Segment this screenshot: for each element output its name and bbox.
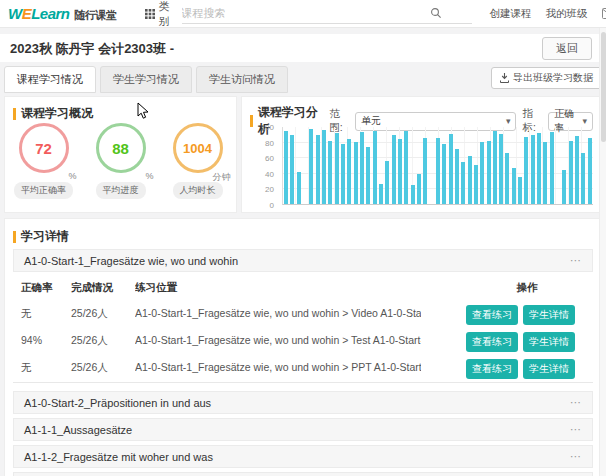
student-detail-button[interactable]: 学生详情 (523, 305, 575, 325)
chart-bar[interactable] (543, 142, 547, 204)
chart-bar[interactable] (398, 139, 402, 204)
accordion-item-expanded[interactable]: A1-0-Start-1_Fragesätze wie, wo und wohi… (13, 249, 593, 272)
chart-bar[interactable] (385, 161, 389, 204)
create-course-link[interactable]: 创建课程 (490, 7, 532, 21)
search-input[interactable] (182, 7, 472, 19)
stat-value: 72 (35, 140, 52, 157)
more-icon[interactable]: ⋯ (570, 396, 582, 409)
more-icon[interactable]: ⋯ (570, 450, 582, 463)
chart-bar[interactable] (461, 162, 465, 204)
tab-student-visits[interactable]: 学生访问情况 (196, 66, 288, 93)
accordion-item[interactable]: A1-1-3_Verben im Präsens ⋯ (13, 472, 593, 476)
category-menu[interactable]: 类别 (145, 0, 170, 29)
my-classes-link[interactable]: 我的班级 (546, 7, 588, 21)
accordion-title: A1-0-Start-1_Fragesätze wie, wo und wohi… (24, 255, 238, 267)
details-header: 学习详情 (13, 228, 69, 245)
bar-slot (575, 126, 579, 204)
chart-bar[interactable] (581, 153, 585, 204)
welearn-logo[interactable]: WELearn随行课堂 (8, 5, 117, 23)
page-title[interactable]: 2023秋 陈丹宇 会计2303班 - (10, 40, 174, 58)
bar-slot (417, 126, 421, 204)
chart-bar[interactable] (550, 132, 554, 204)
cell-completion: 25/26人 (71, 307, 135, 321)
chart-bar[interactable] (499, 134, 503, 204)
accordion-title: A1-1-2_Fragesätze mit woher und was (24, 451, 213, 463)
student-detail-button[interactable]: 学生详情 (523, 359, 575, 379)
chart-bar[interactable] (493, 131, 497, 204)
table-row: 94% 25/26人 A1-0-Start-1_Fragesätze wie, … (5, 334, 601, 354)
export-class-data-button[interactable]: 导出班级学习数据 (491, 67, 602, 89)
chart-bar[interactable] (322, 130, 326, 204)
mail-icon[interactable] (602, 8, 606, 19)
view-exercise-button[interactable]: 查看练习 (466, 359, 518, 379)
bar-slot (392, 126, 396, 204)
chart-bar[interactable] (524, 137, 528, 204)
download-icon (500, 73, 509, 83)
more-icon[interactable]: ⋯ (570, 423, 582, 436)
scrollbar-thumb[interactable] (601, 32, 606, 142)
bar-slot (316, 126, 320, 204)
chart-bar[interactable] (505, 153, 509, 204)
chart-bar[interactable] (436, 138, 440, 204)
chart-bar[interactable] (360, 132, 364, 204)
overview-stats: 72 % 平均正确率 88 % 平均进度 1004 分钟 人均时长 (5, 123, 236, 199)
chart-bar[interactable] (392, 135, 396, 204)
chart-bar[interactable] (411, 185, 415, 204)
chart-bar[interactable] (373, 131, 377, 204)
chart-bar[interactable] (480, 142, 484, 204)
view-exercise-button[interactable]: 查看练习 (466, 305, 518, 325)
chart-bar[interactable] (354, 142, 358, 204)
chart-bar[interactable] (379, 184, 383, 204)
chart-bar[interactable] (474, 165, 478, 204)
page-scrollbar[interactable] (599, 28, 606, 476)
bar-slot (581, 126, 585, 204)
chart-bar[interactable] (588, 138, 592, 204)
chart-bar[interactable] (316, 135, 320, 204)
stat-value: 1004 (183, 141, 212, 156)
chart-bar[interactable] (417, 174, 421, 204)
chart-bar[interactable] (423, 138, 427, 204)
chart-bar[interactable] (442, 144, 446, 204)
chart-bar[interactable] (455, 149, 459, 204)
section-marker (250, 115, 253, 127)
chart-bar[interactable] (290, 135, 294, 204)
chart-bar[interactable] (518, 177, 522, 204)
search-icon[interactable] (430, 7, 442, 19)
bar-slot (398, 126, 402, 204)
chart-bar[interactable] (404, 131, 408, 204)
tab-student-learning[interactable]: 学生学习情况 (100, 66, 192, 93)
chart-bar[interactable] (328, 141, 332, 204)
chevron-down-icon: ▾ (582, 116, 587, 126)
chart-bar[interactable] (284, 131, 288, 204)
stat-circle: 72 (19, 123, 69, 173)
more-icon[interactable]: ⋯ (570, 254, 582, 267)
chart-bar[interactable] (366, 147, 370, 204)
chart-bar[interactable] (487, 141, 491, 204)
chart-bar[interactable] (347, 139, 351, 204)
cell-location: A1-0-Start-1_Fragesätze wie, wo und wohi… (135, 307, 421, 319)
chart-bar[interactable] (575, 136, 579, 204)
chart-bar[interactable] (335, 133, 339, 204)
chart-bar[interactable] (468, 156, 472, 204)
view-exercise-button[interactable]: 查看练习 (466, 332, 518, 352)
accordion-item[interactable]: A1-1-1_Aussagesätze ⋯ (13, 418, 593, 441)
chart-bar[interactable] (341, 144, 345, 204)
table-header-row: 正确率 完成情况 练习位置 操作 (5, 281, 601, 297)
bar-slot (569, 126, 573, 204)
accordion-item[interactable]: A1-1-2_Fragesätze mit woher und was ⋯ (13, 445, 593, 468)
chart-bar[interactable] (297, 172, 301, 204)
tab-course-learning[interactable]: 课程学习情况 (4, 66, 96, 93)
top-navbar: WELearn随行课堂 类别 创建课程 我的班级 (0, 0, 606, 28)
bar-slot (385, 126, 389, 204)
chart-bar[interactable] (512, 168, 516, 204)
student-detail-button[interactable]: 学生详情 (523, 332, 575, 352)
back-button[interactable]: 返回 (542, 37, 592, 60)
chart-bar[interactable] (309, 129, 313, 204)
chart-bar[interactable] (531, 135, 535, 204)
table-row: 无 25/26人 A1-0-Start-1_Fragesätze wie, wo… (5, 307, 601, 327)
accordion-item[interactable]: A1-0-Start-2_Präpositionen in und aus ⋯ (13, 391, 593, 414)
chart-bar[interactable] (562, 170, 566, 204)
chart-bar[interactable] (449, 134, 453, 204)
chart-bar[interactable] (537, 133, 541, 204)
chart-bar[interactable] (569, 141, 573, 204)
